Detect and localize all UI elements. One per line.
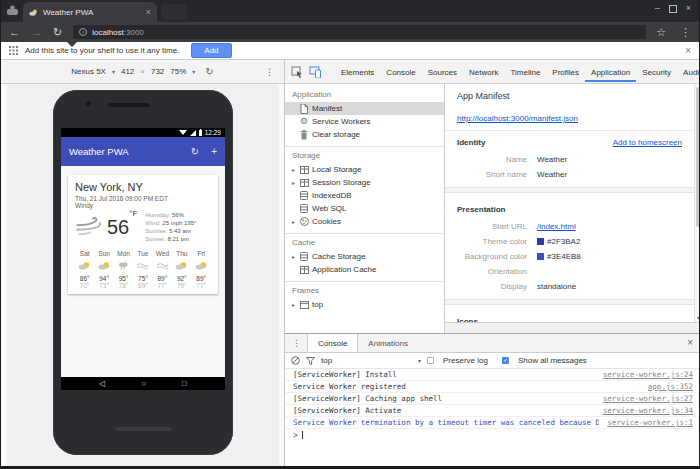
sidebar-item-session-storage[interactable]: ▸ Session Storage	[285, 176, 444, 189]
sidebar-item-indexeddb[interactable]: IndexedDB	[285, 189, 444, 202]
sunrise-label: Sunrise:	[145, 228, 167, 234]
manifest-scrollbar[interactable]: ▾	[694, 84, 700, 322]
sidebar-section-title: Application	[285, 86, 444, 102]
page-background-strip	[1, 84, 7, 466]
window-close-icon[interactable]: ×	[686, 4, 691, 13]
filter-funnel-icon[interactable]	[306, 357, 315, 365]
reload-icon[interactable]: ↻	[53, 27, 62, 38]
clear-console-icon[interactable]	[291, 356, 300, 365]
theme-color-label: Theme color	[457, 237, 527, 246]
zoom-select-caret-icon[interactable]: ▾	[192, 68, 195, 75]
manifest-url-link[interactable]: http://localhost:3000/manifest.json	[457, 114, 578, 123]
new-tab-button[interactable]	[161, 4, 187, 19]
application-sidebar: Application Manifest ⚙ Service Workers C…	[285, 84, 445, 333]
add-button[interactable]: Add	[191, 43, 231, 58]
sidebar-item-manifest[interactable]: Manifest	[285, 102, 444, 115]
tab-network[interactable]: Network	[463, 62, 504, 82]
theme-color-value: #2F3BA2	[547, 237, 580, 246]
tab-timeline[interactable]: Timeline	[504, 62, 546, 82]
drawer-tab-console[interactable]: Console	[307, 334, 358, 352]
app-refresh-icon[interactable]: ↻	[191, 146, 199, 157]
theme-color-swatch	[537, 238, 544, 245]
tab-title: Weather PWA	[43, 8, 146, 17]
app-add-city-icon[interactable]: +	[211, 146, 217, 157]
sidebar-item-local-storage[interactable]: ▸ Local Storage	[285, 163, 444, 176]
sidebar-item-service-workers[interactable]: ⚙ Service Workers	[285, 115, 444, 128]
forecast-day: Tue 75° 89°	[133, 250, 152, 289]
console-prompt[interactable]: >	[285, 429, 700, 441]
browser-tab[interactable]: Weather PWA ×	[23, 2, 157, 22]
nav-recents-icon[interactable]: □	[182, 380, 187, 388]
device-select[interactable]: Nexus 5X	[71, 67, 106, 76]
source-link[interactable]: service-worker.js:34	[603, 406, 693, 415]
device-toolbar-toggle-icon[interactable]	[309, 66, 321, 78]
tab-close-icon[interactable]: ×	[146, 7, 151, 17]
profile-icon[interactable]	[6, 5, 19, 16]
bookmark-star-icon[interactable]: ☆	[656, 27, 666, 38]
infobar-close-icon[interactable]: ×	[685, 45, 691, 56]
address-bar[interactable]: i localhost :3000	[73, 25, 646, 39]
source-link[interactable]: service-worker.js:27	[603, 394, 693, 403]
device-width[interactable]: 412	[121, 67, 134, 76]
expand-icon[interactable]: ▸	[292, 179, 300, 186]
expand-icon[interactable]: ▸	[292, 166, 300, 173]
sidebar-item-top-frame[interactable]: ▸ top	[285, 298, 444, 311]
device-emulation-area: 12:29 Weather PWA ↻ + New York, NY Thu, …	[1, 84, 284, 466]
browser-window: Weather PWA × – × ← → ↻ i localhost :300…	[0, 0, 700, 469]
tab-sources[interactable]: Sources	[422, 62, 463, 82]
nav-home-icon[interactable]: ○	[141, 380, 146, 388]
source-link[interactable]: service-worker.js:24	[603, 370, 693, 379]
tab-audits[interactable]: Audits	[677, 62, 700, 82]
page-info-icon[interactable]: i	[79, 28, 87, 36]
scrollbar-thumb[interactable]	[696, 87, 700, 227]
window-maximize-icon[interactable]	[669, 5, 677, 13]
prompt-chevron-icon: >	[293, 431, 298, 440]
tab-console[interactable]: Console	[380, 62, 421, 82]
forward-icon[interactable]: →	[31, 27, 42, 38]
preserve-log-label[interactable]: Preserve log	[443, 356, 488, 365]
drawer-menu-icon[interactable]: ⋮	[285, 334, 307, 352]
tab-application[interactable]: Application	[585, 62, 636, 82]
app-bar: Weather PWA ↻ +	[61, 137, 225, 166]
sidebar-item-cache-storage[interactable]: ▸ Cache Storage	[285, 250, 444, 263]
scrollbar-down-icon[interactable]: ▾	[695, 314, 700, 321]
source-link[interactable]: app.js:352	[648, 382, 693, 391]
expand-icon[interactable]: ▸	[292, 301, 300, 308]
background-color-label: Background color	[457, 252, 527, 261]
forecast-date: Thu, 21 Jul 2016 09:00 PM EDT	[75, 195, 211, 202]
sidebar-item-cookies[interactable]: ▸ Cookies	[285, 215, 444, 228]
start-url-value[interactable]: /index.html	[537, 222, 576, 231]
expand-icon[interactable]: ▸	[292, 253, 300, 260]
tab-elements[interactable]: Elements	[335, 62, 380, 82]
sunrise-value: 5:43 am	[169, 228, 191, 234]
show-all-messages-checkbox[interactable]	[502, 357, 509, 364]
device-toolbar-menu-icon[interactable]: ⋮	[265, 67, 274, 77]
nav-back-icon[interactable]: ◁	[99, 380, 105, 388]
tab-profiles[interactable]: Profiles	[546, 62, 585, 82]
cookie-icon	[300, 217, 312, 226]
browser-menu-icon[interactable]: ⋮	[680, 27, 691, 38]
device-height[interactable]: 732	[151, 67, 164, 76]
execution-context-select[interactable]: top ▾	[321, 356, 421, 365]
add-to-homescreen-link[interactable]: Add to homescreen	[613, 138, 682, 147]
preserve-log-checkbox[interactable]	[427, 357, 434, 364]
window-minimize-icon[interactable]: –	[655, 4, 660, 13]
rotate-icon[interactable]: ↻	[205, 66, 213, 77]
sidebar-item-web-sql[interactable]: Web SQL	[285, 202, 444, 215]
battery-icon	[199, 130, 202, 136]
device-select-caret-icon[interactable]: ▾	[112, 68, 115, 75]
url-port: :3000	[124, 28, 144, 37]
tab-security[interactable]: Security	[636, 62, 677, 82]
expand-icon[interactable]: ▸	[292, 218, 300, 225]
start-url-label: Start URL	[457, 222, 527, 231]
sidebar-item-clear-storage[interactable]: Clear storage	[285, 128, 444, 141]
back-icon[interactable]: ←	[9, 27, 20, 38]
inspect-element-icon[interactable]	[291, 66, 303, 78]
zoom-select[interactable]: 75%	[170, 67, 186, 76]
source-link[interactable]: service-worker.js:1	[607, 418, 693, 427]
drawer-close-icon[interactable]: ×	[679, 334, 700, 352]
show-all-messages-label[interactable]: Show all messages	[518, 356, 587, 365]
sidebar-item-application-cache[interactable]: Application Cache	[285, 263, 444, 276]
manifest-pane: App Manifest http://localhost:3000/manif…	[445, 84, 700, 333]
drawer-tab-animations[interactable]: Animations	[358, 334, 418, 352]
